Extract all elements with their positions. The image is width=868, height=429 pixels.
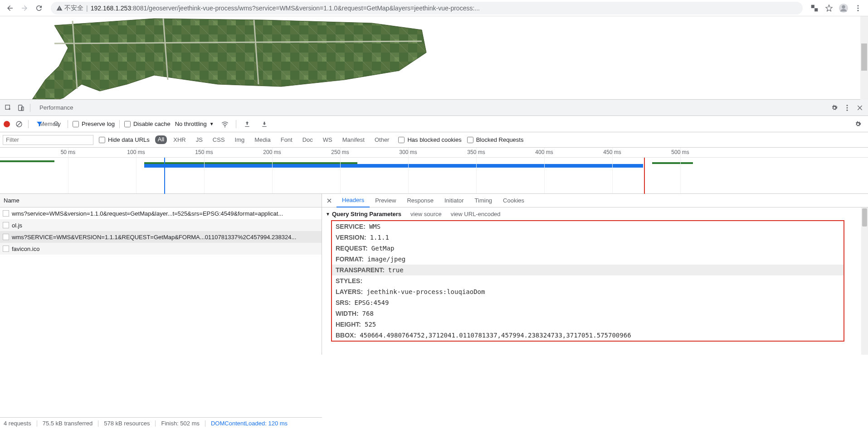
filter-type-ws[interactable]: WS xyxy=(319,135,336,144)
param-value: 450664.4980764752,3712041.0110781337,457… xyxy=(360,332,631,339)
more-icon[interactable] xyxy=(841,101,853,114)
search-icon[interactable] xyxy=(50,118,63,130)
network-split: Name wms?service=WMS&version=1.1.0&reque… xyxy=(0,194,868,355)
svg-point-3 xyxy=(842,5,845,8)
clear-button[interactable] xyxy=(15,120,24,129)
status-dcl: DOMContentLoaded: 120 ms xyxy=(211,420,288,427)
param-key: FORMAT: xyxy=(336,255,364,263)
reload-button[interactable] xyxy=(33,2,45,14)
inspect-icon[interactable] xyxy=(2,101,15,114)
svg-line-23 xyxy=(17,122,21,126)
request-row[interactable]: wms?SERVICE=WMS&VERSION=1.1.1&REQUEST=Ge… xyxy=(0,231,322,243)
request-name: wms?SERVICE=WMS&VERSION=1.1.1&REQUEST=Ge… xyxy=(12,234,296,241)
status-requests: 4 requests xyxy=(4,420,31,427)
param-row: STYLES: xyxy=(332,275,844,286)
details-tabs: HeadersPreviewResponseInitiatorTimingCoo… xyxy=(322,194,868,207)
file-icon xyxy=(3,222,9,228)
svg-point-24 xyxy=(54,121,58,125)
browser-toolbar: 不安全 | 192.168.1.253:8081/geoserver/jeeth… xyxy=(0,0,868,16)
details-tab-cookies[interactable]: Cookies xyxy=(497,194,530,207)
settings-icon[interactable] xyxy=(828,101,841,114)
insecure-label: 不安全 xyxy=(64,4,83,12)
view-url-encoded-link[interactable]: view URL-encoded xyxy=(451,211,501,217)
close-devtools-icon[interactable] xyxy=(853,101,866,114)
param-key: REQUEST: xyxy=(336,245,368,252)
hide-data-urls-checkbox[interactable]: Hide data URLs xyxy=(99,136,150,143)
filter-type-img[interactable]: Img xyxy=(231,135,249,144)
filter-type-css[interactable]: CSS xyxy=(209,135,229,144)
menu-icon[interactable] xyxy=(852,2,864,14)
filter-bar: Hide data URLs AllXHRJSCSSImgMediaFontDo… xyxy=(0,132,868,148)
upload-icon[interactable] xyxy=(241,118,254,130)
back-button[interactable] xyxy=(4,2,16,14)
blocked-requests-checkbox[interactable]: Blocked Requests xyxy=(467,136,524,143)
query-params-header[interactable]: ▼Query String Parameters view source vie… xyxy=(322,207,868,220)
param-value: 1.1.1 xyxy=(370,234,389,241)
translate-icon[interactable] xyxy=(808,2,821,14)
filter-type-js[interactable]: JS xyxy=(192,135,206,144)
preserve-log-checkbox[interactable]: Preserve log xyxy=(73,121,115,127)
wifi-icon[interactable] xyxy=(219,118,231,130)
param-value: 768 xyxy=(362,310,374,317)
param-key: HEIGHT: xyxy=(336,321,361,328)
page-content xyxy=(0,16,868,100)
network-toolbar: Preserve log Disable cache No throttling… xyxy=(0,116,868,132)
details-tab-headers[interactable]: Headers xyxy=(336,194,370,207)
forward-button[interactable] xyxy=(18,2,31,14)
filter-type-font[interactable]: Font xyxy=(277,135,296,144)
network-settings-icon[interactable] xyxy=(852,118,864,130)
svg-point-6 xyxy=(858,10,859,11)
page-scrollbar[interactable] xyxy=(860,16,868,100)
url-bar[interactable]: 不安全 | 192.168.1.253:8081/geoserver/jeeth… xyxy=(51,2,803,14)
has-blocked-checkbox[interactable]: Has blocked cookies xyxy=(398,136,461,143)
file-icon xyxy=(3,246,9,252)
request-details: HeadersPreviewResponseInitiatorTimingCoo… xyxy=(322,194,868,355)
filter-type-other[interactable]: Other xyxy=(371,135,393,144)
request-row[interactable]: favicon.ico xyxy=(0,243,322,255)
param-value: jeethink-vue-process:louqiaoDom xyxy=(366,288,485,295)
view-source-link[interactable]: view source xyxy=(410,211,442,217)
request-row[interactable]: ol.js xyxy=(0,219,322,231)
query-params-box: SERVICE:WMSVERSION:1.1.1REQUEST:GetMapFO… xyxy=(331,220,844,342)
param-row: TRANSPARENT:true xyxy=(332,265,844,275)
details-tab-initiator[interactable]: Initiator xyxy=(439,194,469,207)
param-value: WMS xyxy=(369,223,380,230)
param-row: WIDTH:768 xyxy=(332,308,844,319)
filter-type-xhr[interactable]: XHR xyxy=(170,135,189,144)
profile-icon[interactable] xyxy=(837,2,850,14)
record-button[interactable] xyxy=(4,121,10,127)
download-icon[interactable] xyxy=(258,118,271,130)
param-value: image/jpeg xyxy=(367,255,405,263)
close-details-button[interactable] xyxy=(324,195,335,206)
filter-type-doc[interactable]: Doc xyxy=(299,135,317,144)
insecure-icon: 不安全 xyxy=(56,4,83,12)
throttling-select[interactable]: No throttling ▼ xyxy=(175,121,214,127)
param-key: WIDTH: xyxy=(336,310,359,317)
filter-type-all[interactable]: All xyxy=(155,135,167,144)
svg-point-4 xyxy=(858,5,859,6)
param-key: SRS: xyxy=(336,299,351,306)
devtools-tab-performance[interactable]: Performance xyxy=(33,100,79,116)
disable-cache-checkbox[interactable]: Disable cache xyxy=(124,121,171,127)
url-text: 192.168.1.253:8081/geoserver/jeethink-vu… xyxy=(91,5,480,12)
details-tab-preview[interactable]: Preview xyxy=(370,194,401,207)
star-icon[interactable] xyxy=(823,2,835,14)
param-row: SERVICE:WMS xyxy=(332,221,844,232)
details-scrollbar[interactable] xyxy=(861,207,868,355)
param-key: LAYERS: xyxy=(336,288,363,295)
details-tab-timing[interactable]: Timing xyxy=(469,194,498,207)
param-key: STYLES: xyxy=(336,277,362,284)
filter-type-media[interactable]: Media xyxy=(251,135,274,144)
device-icon[interactable] xyxy=(15,101,27,114)
filter-input[interactable] xyxy=(3,135,93,145)
filter-type-manifest[interactable]: Manifest xyxy=(339,135,368,144)
details-tab-response[interactable]: Response xyxy=(401,194,439,207)
timeline[interactable]: 50 ms100 ms150 ms200 ms250 ms300 ms350 m… xyxy=(0,148,868,194)
svg-point-26 xyxy=(224,126,225,127)
param-key: SERVICE: xyxy=(336,223,366,230)
request-row[interactable]: wms?service=WMS&version=1.1.0&request=Ge… xyxy=(0,207,322,219)
request-name: ol.js xyxy=(12,222,22,229)
status-resources: 578 kB resources xyxy=(104,420,150,427)
filter-icon[interactable] xyxy=(33,118,46,130)
request-list-header[interactable]: Name xyxy=(0,194,322,207)
